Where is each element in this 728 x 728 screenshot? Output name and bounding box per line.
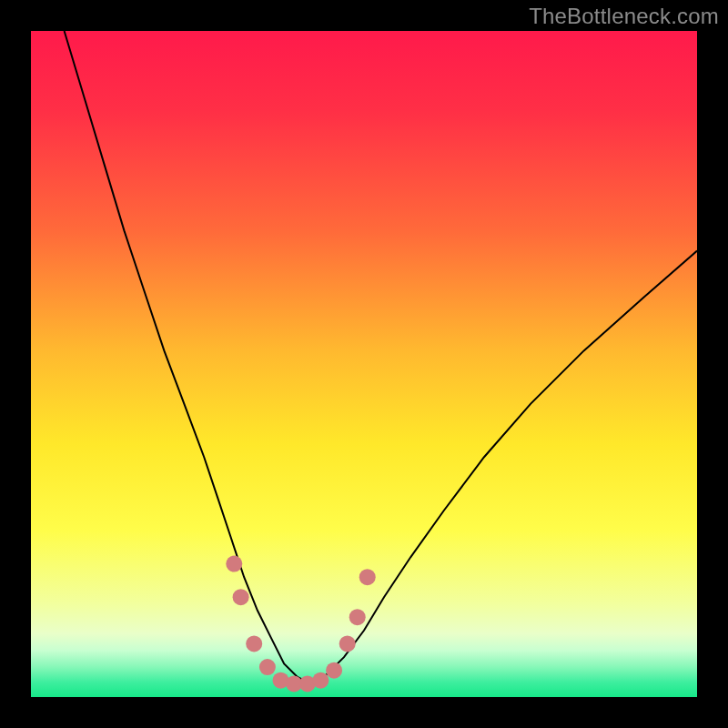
bottleneck-chart bbox=[31, 31, 697, 697]
highlight-dot bbox=[226, 556, 242, 572]
highlight-dot bbox=[233, 589, 249, 605]
highlight-dot bbox=[246, 635, 262, 652]
chart-frame: TheBottleneck.com bbox=[0, 0, 728, 728]
highlight-dot bbox=[259, 659, 276, 675]
highlight-dot bbox=[359, 569, 376, 585]
highlight-dot bbox=[326, 662, 342, 679]
highlight-dot bbox=[349, 609, 366, 625]
gradient-background bbox=[31, 31, 697, 697]
highlight-dot bbox=[312, 672, 329, 689]
plot-area bbox=[31, 31, 697, 697]
watermark-text: TheBottleneck.com bbox=[529, 4, 719, 29]
highlight-dot bbox=[339, 635, 356, 652]
